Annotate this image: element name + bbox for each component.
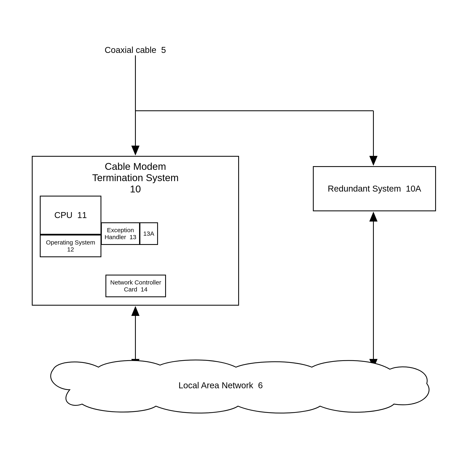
cpu-label: CPU 11 bbox=[54, 210, 87, 220]
cmts-title-line2: Termination System bbox=[35, 172, 236, 183]
nc-text-1: Network Controller bbox=[110, 279, 161, 286]
nc-text-2: Card 14 bbox=[124, 286, 148, 293]
exception-text-1: Exception bbox=[107, 227, 134, 234]
redundant-text: Redundant System bbox=[328, 184, 401, 193]
exception-text-2: Handler 13 bbox=[104, 234, 136, 241]
cmts-box: Cable Modem Termination System 10 CPU 11… bbox=[32, 156, 239, 306]
redundant-system-box: Redundant System 10A bbox=[313, 166, 436, 211]
diagram-container: Coaxial cable 5 bbox=[0, 0, 476, 473]
cmts-title-line1: Cable Modem bbox=[35, 161, 236, 172]
lan-label: Local Area Network 6 bbox=[178, 380, 263, 390]
network-controller-box: Network Controller Card 14 bbox=[105, 275, 166, 297]
cpu-text: CPU bbox=[54, 210, 73, 220]
cpu-ref: 11 bbox=[77, 210, 87, 220]
lan-ref: 6 bbox=[258, 380, 263, 390]
cpu-box: CPU 11 bbox=[40, 196, 101, 235]
cmts-title: Cable Modem Termination System 10 bbox=[33, 159, 238, 197]
exception-sub-box: 13A bbox=[139, 222, 158, 245]
os-text: Operating System bbox=[46, 239, 95, 246]
redundant-label: Redundant System 10A bbox=[328, 184, 421, 194]
lan-text: Local Area Network bbox=[178, 380, 253, 390]
os-box: Operating System 12 bbox=[40, 235, 101, 257]
exception-handler-box: Exception Handler 13 bbox=[101, 222, 140, 245]
redundant-ref: 10A bbox=[406, 184, 421, 193]
exception-sub-ref: 13A bbox=[143, 230, 154, 237]
os-ref: 12 bbox=[67, 246, 74, 253]
cmts-ref: 10 bbox=[35, 183, 236, 195]
